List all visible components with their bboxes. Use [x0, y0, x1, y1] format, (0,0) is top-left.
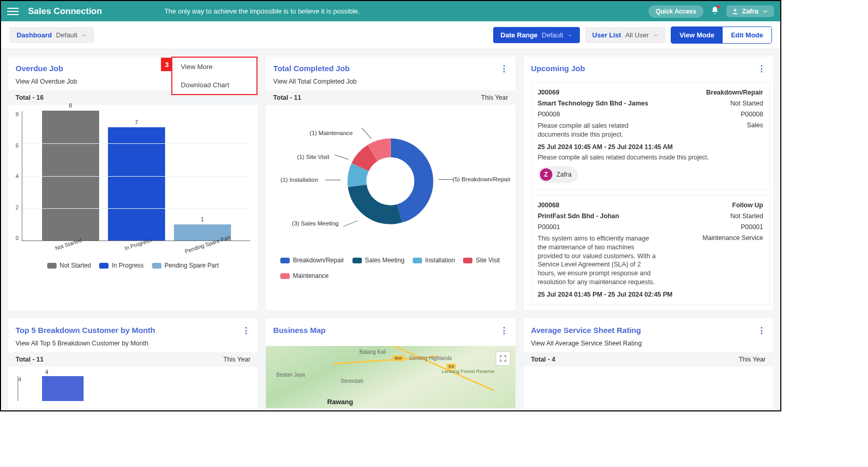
view-mode-button[interactable]: View Mode [671, 27, 723, 43]
tagline: The only way to achieve the impossible i… [165, 7, 648, 15]
step-badge: 3 [161, 58, 172, 71]
svg-point-0 [734, 9, 737, 11]
top5-bar-chart: 4 4 [18, 376, 250, 401]
card-menu-icon[interactable]: ⋮ [757, 64, 766, 74]
card-subtitle[interactable]: View All Total Completed Job [273, 78, 508, 85]
job-card[interactable]: J00068Follow Up PrintFast Sdn Bhd - Joha… [531, 195, 770, 305]
edit-mode-button[interactable]: Edit Mode [723, 27, 771, 43]
download-chart-option[interactable]: Download Chart [172, 76, 256, 94]
assignee-chip[interactable]: Z Zafra [538, 166, 578, 183]
top5-bar[interactable] [42, 376, 84, 401]
fullscreen-icon[interactable] [496, 351, 510, 366]
upcoming-job-card: ⋮ Upcoming Job J00069Breakdown/Repair Sm… [524, 57, 773, 310]
user-menu[interactable]: Zafra [726, 5, 774, 17]
user-name: Zafra [742, 7, 758, 15]
total-row: Total - 11 This Year [266, 90, 515, 105]
completed-legend: Breakdown/Repair Sales Meeting Installat… [273, 251, 508, 285]
card-menu-icon[interactable]: ⋮ [500, 326, 508, 336]
card-menu-icon[interactable]: ⋮ [757, 326, 766, 336]
date-range-button[interactable]: Date Range Default [493, 27, 580, 43]
upcoming-job-list[interactable]: J00069Breakdown/Repair Smart Technology … [524, 82, 773, 310]
job-card[interactable]: J00069Breakdown/Repair Smart Technology … [531, 82, 770, 190]
dashboard-selector[interactable]: Dashboard Default [9, 27, 94, 43]
notification-icon[interactable] [711, 6, 719, 17]
subbar: Dashboard Default Date Range Default Use… [1, 21, 780, 49]
topbar: Sales Connection The only way to achieve… [1, 1, 780, 21]
quick-access-button[interactable]: Quick Access [648, 5, 703, 18]
view-more-option[interactable]: View More [172, 58, 256, 76]
bar-in-progress[interactable] [108, 127, 165, 241]
card-title: Upcoming Job [531, 64, 766, 73]
card-actions-dropdown: 3 View More Download Chart [171, 57, 257, 95]
brand: Sales Connection [28, 6, 102, 17]
avatar: Z [540, 168, 552, 181]
business-map-card: ⋮ Business Map B66 E8 Batang Kali Gentin… [266, 318, 515, 408]
svg-point-5 [357, 148, 424, 215]
overdue-job-card: Overdue Job View All Overdue Job Total -… [8, 57, 257, 310]
rating-card: ⋮ Average Service Sheet Rating View All … [524, 318, 773, 408]
card-menu-icon[interactable]: ⋮ [242, 326, 250, 336]
card-subtitle[interactable]: View All Top 5 Breakdown Customer by Mon… [16, 340, 250, 347]
overdue-legend: Not Started In Progress Pending Spare Pa… [16, 257, 250, 274]
mode-toggle: View Mode Edit Mode [671, 26, 772, 44]
menu-icon[interactable] [7, 6, 19, 17]
dashboard-grid: Overdue Job View All Overdue Job Total -… [1, 49, 780, 410]
completed-job-card: ⋮ Total Completed Job View All Total Com… [266, 57, 515, 310]
user-list-selector[interactable]: User List All User [585, 27, 666, 43]
card-subtitle[interactable]: View All Average Service Sheet Rating [531, 340, 766, 347]
top5-breakdown-card: ⋮ Top 5 Breakdown Customer by Month View… [8, 318, 257, 408]
card-title: Total Completed Job [273, 64, 508, 73]
completed-donut-chart: (5) Breakdown/Repair (3) Sales Meeting (… [273, 111, 508, 251]
overdue-bar-chart: 8 6 4 2 0 8 7 1 [16, 111, 250, 241]
card-title: Average Service Sheet Rating [531, 326, 766, 335]
card-menu-icon[interactable]: ⋮ [500, 64, 508, 74]
map-canvas[interactable]: B66 E8 Batang Kali Genting Highlands Bes… [266, 346, 515, 408]
card-title: Top 5 Breakdown Customer by Month [16, 326, 250, 335]
notification-dot [717, 5, 720, 8]
card-title: Business Map [273, 326, 508, 335]
